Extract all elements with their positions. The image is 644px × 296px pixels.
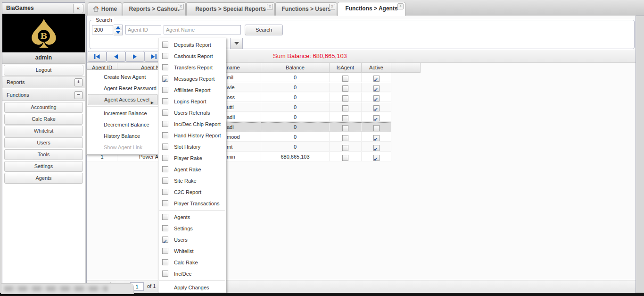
submenu-item-transfers-report[interactable]: Transfers Report <box>158 62 226 73</box>
submenu-checkbox[interactable] <box>162 166 168 172</box>
submenu-checkbox[interactable] <box>162 110 168 116</box>
submenu-checkbox[interactable] <box>162 42 168 48</box>
submenu-checkbox[interactable] <box>162 144 168 150</box>
submenu-item-inc-dec[interactable]: Inc/Dec <box>158 268 226 279</box>
sidebar-item-whitelist[interactable]: Whitelist <box>4 126 83 136</box>
submenu-item-settings[interactable]: Settings <box>158 223 226 234</box>
tab-functions-users[interactable]: Functions > Usersx <box>275 2 337 16</box>
submenu-checkbox[interactable] <box>162 76 168 82</box>
sidebar-section-functions[interactable]: Functions − <box>2 89 85 101</box>
column-header-isagent[interactable]: IsAgent <box>330 63 362 73</box>
sidebar-item-tools[interactable]: Tools <box>4 149 83 160</box>
spinner-down-icon[interactable] <box>114 30 123 35</box>
submenu-item-slot-history[interactable]: Slot History <box>158 141 226 152</box>
active-checkbox[interactable] <box>373 135 380 141</box>
submenu-item-whitelist[interactable]: Whitelist <box>158 245 226 257</box>
tab-close-icon[interactable]: x <box>178 4 184 10</box>
submenu-checkbox[interactable] <box>162 237 168 243</box>
sidebar-item-settings[interactable]: Settings <box>4 161 83 172</box>
sidebar-item-agents[interactable]: Agents <box>4 173 83 184</box>
sidebar-item-users[interactable]: Users <box>4 137 83 148</box>
submenu-checkbox[interactable] <box>162 121 168 127</box>
isagent-checkbox[interactable] <box>342 115 348 121</box>
active-checkbox[interactable] <box>373 76 380 82</box>
prev-page-button[interactable] <box>107 51 125 62</box>
page-size-input[interactable] <box>92 25 113 34</box>
menu-item-decrement-balance[interactable]: Decrement Balance <box>87 119 158 130</box>
agent-id-input[interactable] <box>125 25 161 34</box>
expand-icon[interactable]: + <box>74 78 83 86</box>
combo-dropdown-button[interactable] <box>230 38 243 49</box>
menu-item-create-new-agent[interactable]: Create New Agent <box>87 71 158 83</box>
isagent-checkbox[interactable] <box>342 105 348 111</box>
next-page-button[interactable] <box>125 51 144 62</box>
column-header-balance[interactable]: Balance <box>261 63 330 73</box>
collapse-icon[interactable]: − <box>74 91 83 99</box>
tab-home[interactable]: Home <box>88 2 122 16</box>
sidebar-section-reports[interactable]: Reports + <box>2 76 85 88</box>
submenu-item-hand-history-report[interactable]: Hand History Report <box>158 130 226 141</box>
submenu-checkbox[interactable] <box>162 248 168 254</box>
submenu-item-player-rake[interactable]: Player Rake <box>158 152 226 164</box>
submenu-item-affiliates-report[interactable]: Affiliates Report <box>158 85 226 96</box>
tab-reports-cashout[interactable]: Reports > Cashoutx <box>123 2 186 16</box>
submenu-checkbox[interactable] <box>162 87 168 93</box>
submenu-checkbox[interactable] <box>162 214 168 220</box>
active-checkbox[interactable] <box>373 115 380 121</box>
menu-item-history-balance[interactable]: History Balance <box>87 130 158 142</box>
agent-name-input[interactable] <box>164 25 241 34</box>
submenu-item-users-referrals[interactable]: Users Referrals <box>158 107 226 118</box>
active-checkbox[interactable] <box>373 105 380 111</box>
isagent-checkbox[interactable] <box>342 155 348 161</box>
submenu-item-c2c-report[interactable]: C2C Report <box>158 186 226 198</box>
submenu-item-apply-changes[interactable]: Apply Changes <box>158 282 226 293</box>
tab-reports-special-reports[interactable]: Reports > Special Reportsx <box>186 2 275 16</box>
submenu-checkbox[interactable] <box>162 259 168 265</box>
tab-functions-agents[interactable]: Functions > Agentsx <box>338 2 405 16</box>
submenu-item-cashouts-report[interactable]: Cashouts Report <box>158 51 226 62</box>
isagent-checkbox[interactable] <box>342 135 348 141</box>
isagent-checkbox[interactable] <box>342 76 348 82</box>
menu-item-agent-access-level[interactable]: Agent Access Level▶ <box>88 94 157 105</box>
active-checkbox[interactable] <box>373 95 380 101</box>
submenu-checkbox[interactable] <box>162 225 168 231</box>
submenu-item-agent-rake[interactable]: Agent Rake <box>158 164 226 175</box>
submenu-checkbox[interactable] <box>162 178 168 184</box>
submenu-checkbox[interactable] <box>162 53 168 59</box>
isagent-checkbox[interactable] <box>342 145 348 151</box>
isagent-checkbox[interactable] <box>342 125 348 131</box>
active-checkbox[interactable] <box>373 145 380 151</box>
sidebar-item-accounting[interactable]: Accounting <box>4 102 83 113</box>
submenu-item-site-rake[interactable]: Site Rake <box>158 175 226 186</box>
active-checkbox[interactable] <box>373 155 380 161</box>
logout-button[interactable]: Logout <box>4 65 83 76</box>
tab-close-icon[interactable]: x <box>267 4 273 10</box>
isagent-checkbox[interactable] <box>342 85 348 92</box>
submenu-item-agents[interactable]: Agents <box>158 211 226 223</box>
submenu-item-player-transactions[interactable]: Player Transactions <box>158 198 226 209</box>
submenu-checkbox[interactable] <box>162 155 168 161</box>
sidebar-collapse-button[interactable]: « <box>73 4 83 13</box>
submenu-item-users[interactable]: Users <box>158 234 226 245</box>
submenu-checkbox[interactable] <box>162 64 168 70</box>
column-header-active[interactable]: Active <box>362 63 391 73</box>
submenu-item-calc-rake[interactable]: Calc Rake <box>158 257 226 268</box>
tab-close-icon[interactable]: x <box>397 3 404 9</box>
active-checkbox[interactable] <box>373 125 380 131</box>
submenu-checkbox[interactable] <box>162 200 168 206</box>
submenu-item-messages-report[interactable]: Messages Report <box>158 73 226 85</box>
tab-close-icon[interactable]: x <box>329 4 335 10</box>
submenu-checkbox[interactable] <box>162 271 168 277</box>
search-button[interactable]: Search <box>245 25 283 35</box>
submenu-checkbox[interactable] <box>162 189 168 195</box>
submenu-item-deposits-report[interactable]: Deposits Report <box>158 39 226 51</box>
first-page-button[interactable] <box>88 51 107 62</box>
menu-item-agent-reset-password[interactable]: Agent Reset Password <box>87 83 158 94</box>
active-checkbox[interactable] <box>373 85 380 92</box>
menu-item-increment-balance[interactable]: Increment Balance <box>87 108 158 119</box>
isagent-checkbox[interactable] <box>342 95 348 101</box>
submenu-item-logins-report[interactable]: Logins Report <box>158 96 226 107</box>
sidebar-item-calc-rake[interactable]: Calc Rake <box>4 114 83 125</box>
submenu-checkbox[interactable] <box>162 98 168 104</box>
submenu-checkbox[interactable] <box>162 132 168 138</box>
